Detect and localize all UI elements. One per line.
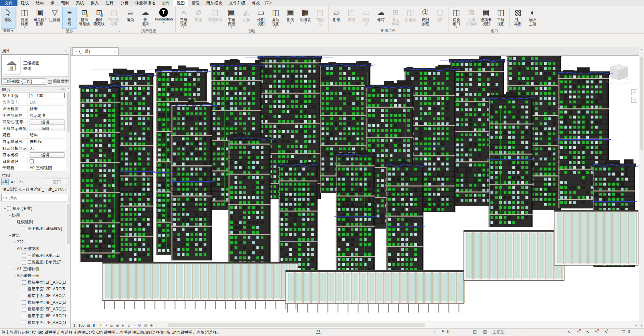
temporary-hide-isolate-icon[interactable]: ∞ bbox=[133, 322, 136, 328]
menu-tab-annotate[interactable]: 注释 bbox=[102, 0, 117, 6]
ribbon-button-绘图视图[interactable]: ▭绘图视图 bbox=[254, 7, 268, 29]
collapse-icon[interactable]: − bbox=[13, 247, 17, 251]
menu-tab-view[interactable]: 视图 bbox=[173, 0, 188, 6]
ribbon-button-可见性/图形[interactable]: ▣可见性/图形 bbox=[32, 7, 47, 29]
ribbon-button-明细表[interactable]: ▦明细表▾ bbox=[298, 7, 313, 29]
editing-requests-button[interactable]: ⚑ :0 bbox=[441, 329, 449, 334]
expand-icon[interactable]: + bbox=[13, 267, 17, 271]
workset-list-icon[interactable]: ▤ bbox=[473, 329, 477, 334]
menu-tab-steel[interactable]: 钢 bbox=[47, 0, 58, 6]
steering-wheel-icon[interactable]: ◔ bbox=[631, 89, 637, 95]
ribbon-button-平铺视图[interactable]: ◫平铺视图 bbox=[493, 7, 508, 29]
menu-tab-addins[interactable]: 附加模块 bbox=[203, 0, 226, 6]
ribbon-button-用户界面[interactable]: ▧用户界面▾ bbox=[511, 7, 525, 29]
collapse-icon[interactable]: − bbox=[8, 233, 12, 237]
property-row-显示栅格[interactable]: 显示栅格编辑... bbox=[0, 152, 70, 158]
type-selector[interactable]: 三维视图 整体 bbox=[1, 54, 69, 77]
zoom-tool-icon[interactable]: ⌖ bbox=[631, 97, 637, 103]
visual-style-icon[interactable]: ◧ bbox=[93, 322, 96, 328]
menu-tab-file[interactable]: 文件 bbox=[0, 0, 17, 6]
collapse-icon[interactable]: − bbox=[13, 274, 17, 278]
ribbon-button-删除隐藏线[interactable]: ⊡删除隐藏线 bbox=[92, 7, 106, 29]
tree-item-楼层平面: 6F_ARC(16[interactable]: 楼层平面: 6F_ARC(16 bbox=[0, 313, 70, 319]
property-row-视图比例[interactable]: 视图比例1 : 100 bbox=[0, 93, 70, 99]
ribbon-button-过滤器[interactable]: ▽过滤器 bbox=[47, 7, 62, 29]
tree-item-协调[interactable]: −协调 bbox=[0, 212, 70, 219]
property-row-详细程度[interactable]: 详细程度精细 bbox=[0, 106, 70, 112]
ribbon-button-视图参照[interactable]: ①视图参照 bbox=[418, 7, 433, 29]
property-row-比例值 1:[interactable]: 比例值 1:100 bbox=[0, 99, 70, 106]
menu-tab-architecture[interactable]: 建筑 bbox=[17, 0, 32, 6]
menu-tab-precast[interactable]: 预制 bbox=[58, 0, 73, 6]
tree-item-视图 (专业)[interactable]: −视图 (专业) bbox=[0, 205, 70, 212]
menu-tab-insert[interactable]: 插入 bbox=[87, 0, 102, 6]
select-pinned-toggle-icon[interactable]: ↖ bbox=[586, 329, 589, 334]
ribbon-button-复制视图[interactable]: ◫复制视图▾ bbox=[268, 7, 283, 29]
edit-button[interactable]: 编辑... bbox=[30, 119, 65, 125]
reveal-hidden-elements-icon[interactable]: ⊙ bbox=[138, 322, 141, 328]
tree-item-???[interactable]: +??? bbox=[0, 239, 70, 245]
view-scale-input[interactable]: 1 : 100 bbox=[30, 93, 65, 98]
tree-item-楼层平面: 1F_ARC(±0[interactable]: 楼层平面: 1F_ARC(±0 bbox=[0, 279, 70, 286]
tree-item-楼层平面: 7F_ARC(19[interactable]: 楼层平面: 7F_ARC(19 bbox=[0, 319, 70, 326]
drawing-area[interactable]: ◔ ⌖ bbox=[71, 56, 639, 322]
browser-search-box[interactable] bbox=[1, 194, 69, 201]
sort-ascending-button[interactable]: A↓ bbox=[9, 179, 17, 185]
properties-scrollbar[interactable]: ▴ bbox=[66, 87, 70, 172]
sun-path-icon[interactable]: ☀ bbox=[99, 322, 102, 328]
design-options-chevron-icon[interactable]: ⌄ bbox=[520, 329, 522, 332]
select-by-face-toggle-icon[interactable]: ↖✕ bbox=[595, 329, 598, 334]
ribbon-button-图例[interactable]: ▤图例▾ bbox=[283, 7, 298, 29]
select-links-toggle-icon[interactable]: ↖⌒ bbox=[567, 329, 570, 334]
ribbon-button-切换窗口[interactable]: ◫切换窗口▾ bbox=[449, 7, 464, 29]
dialog-launcher-icon[interactable]: ⌄ bbox=[118, 29, 121, 33]
collapse-icon[interactable]: − bbox=[13, 220, 17, 224]
tree-item-绘图视图: 建模规则[interactable]: 绘图视图: 建模规则 bbox=[0, 225, 70, 232]
drag-on-selection-toggle-icon[interactable]: ↖✛ bbox=[604, 329, 607, 334]
tree-item-楼层平面: 2F_ARC(5.1[interactable]: 楼层平面: 2F_ARC(5.1 bbox=[0, 286, 70, 292]
property-row-显示隐藏线[interactable]: 显示隐藏线按规程 bbox=[0, 139, 70, 145]
select-underlay-toggle-icon[interactable]: ↖✕ bbox=[576, 329, 580, 334]
property-row-规程[interactable]: 规程结构 bbox=[0, 132, 70, 139]
project-browser-close-icon[interactable]: × bbox=[63, 187, 68, 192]
menu-tab-file-upgrade[interactable]: 文件升级 bbox=[226, 0, 249, 6]
type-combo[interactable]: 三维视图: {三维} ⌄ bbox=[1, 78, 46, 85]
tree-item-A1-三维轴侧[interactable]: +A1-三维轴侧 bbox=[0, 266, 70, 272]
horizontal-scrollbar[interactable]: ‹ ▸ bbox=[162, 322, 639, 328]
tree-item-楼层平面: 5F_ARC(13[interactable]: 楼层平面: 5F_ARC(13 bbox=[0, 306, 70, 313]
collapse-icon[interactable]: − bbox=[8, 213, 12, 217]
unlocked-3d-view-icon[interactable]: ⌂ bbox=[128, 322, 130, 328]
edit-button[interactable]: 编辑... bbox=[30, 126, 65, 131]
detail-level-icon[interactable]: ▦ bbox=[87, 322, 90, 328]
vertical-scrollbar[interactable]: ▴ ▾ bbox=[639, 47, 644, 328]
ribbon-button-Twinmotion[interactable]: TTwinmotion▾ bbox=[153, 7, 175, 29]
menu-tab-collaborate[interactable]: 协作 bbox=[159, 0, 173, 6]
ribbon-collapse-control[interactable]: ▴▾ bbox=[265, 0, 272, 6]
property-row-零件可见性[interactable]: 零件可见性显示两者 bbox=[0, 112, 70, 119]
ribbon-button-修订[interactable]: ☁修订 bbox=[374, 7, 388, 29]
property-row-默认分析显示...[interactable]: 默认分析显示...无 bbox=[0, 145, 70, 152]
ribbon-button-修改[interactable]: 修改 bbox=[1, 7, 15, 29]
worksets-chevron-icon[interactable]: ⌄ bbox=[433, 329, 436, 332]
tree-item-A2-建筑平面[interactable]: −A2-建筑平面 bbox=[0, 272, 70, 279]
expand-icon[interactable]: + bbox=[13, 240, 17, 244]
search-input[interactable] bbox=[9, 195, 67, 200]
tree-item-建模规则[interactable]: −建模规则 bbox=[0, 219, 70, 225]
worksharing-display-icon[interactable]: ◈ bbox=[150, 322, 153, 328]
edit-type-button[interactable]: ◫ 编辑类型 bbox=[48, 79, 69, 84]
view-tab-close-icon[interactable]: × bbox=[114, 49, 116, 54]
tree-item-楼层平面: 4F_ARC(10[interactable]: 楼层平面: 4F_ARC(10 bbox=[0, 299, 70, 306]
tree-item-三维视图: B单元LT[interactable]: 三维视图: B单元LT bbox=[0, 259, 70, 266]
collaborate-icon[interactable] bbox=[316, 329, 321, 334]
scroll-right-icon[interactable]: ▸ bbox=[634, 324, 639, 327]
scroll-left-icon[interactable]: ‹ bbox=[162, 324, 168, 327]
tree-item-A0-三维视图[interactable]: −A0-三维视图 bbox=[0, 245, 70, 252]
sort-descending-button[interactable]: Z↓ bbox=[17, 179, 25, 185]
show-crop-region-icon[interactable]: ◱ bbox=[122, 322, 125, 328]
apply-button[interactable]: 应用 bbox=[45, 179, 69, 185]
ribbon-button-画布主题[interactable]: ◐画布主题 bbox=[525, 7, 540, 29]
shadows-icon[interactable]: ◑ bbox=[105, 322, 107, 328]
menu-tab-structure[interactable]: 结构 bbox=[32, 0, 47, 6]
ribbon-button-视图样板[interactable]: ◫视图样板▾ bbox=[17, 7, 32, 29]
ribbon-button-渲染[interactable]: ☕渲染 bbox=[123, 7, 138, 29]
